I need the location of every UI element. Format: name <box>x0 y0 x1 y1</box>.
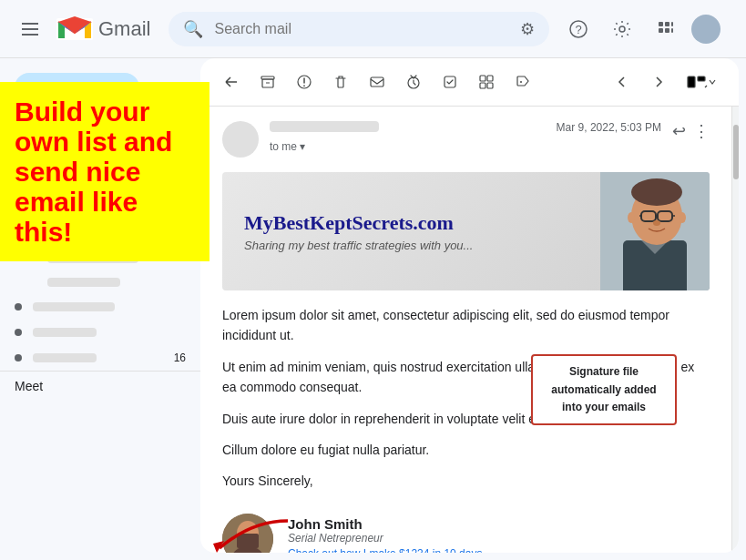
svg-marker-36 <box>272 532 273 541</box>
dot-icon-3 <box>15 354 22 361</box>
svg-point-31 <box>653 220 660 226</box>
to-dropdown-icon[interactable]: ▾ <box>300 140 305 153</box>
svg-rect-9 <box>671 28 673 33</box>
signature-info: John Smith Serial Netrepreneur Check out… <box>288 516 482 553</box>
search-filter-icon[interactable]: ⚙ <box>520 19 535 39</box>
prev-email-button[interactable] <box>606 66 639 98</box>
snooze-button[interactable] <box>397 66 430 98</box>
svg-text:?: ? <box>575 23 581 36</box>
back-button[interactable] <box>215 66 248 98</box>
email-para-4: Cillum dolore eu fugiat nulla pariatur. <box>222 440 710 460</box>
search-bar[interactable]: 🔍 ⚙ <box>169 12 549 46</box>
top-right-actions: ? <box>560 11 731 47</box>
help-button[interactable]: ? <box>560 11 597 47</box>
gmail-logo: Gmail <box>56 16 150 42</box>
svg-rect-8 <box>665 28 669 33</box>
overlay-text: Build your own list and send nice email … <box>15 97 172 247</box>
email-date: Mar 9, 2022, 5:03 PM <box>557 121 661 134</box>
email-to[interactable]: to me ▾ <box>270 140 305 153</box>
scrollbar[interactable] <box>731 107 739 553</box>
email-header: to me ▾ Mar 9, 2022, 5:03 PM ↩ ⋮ <box>200 107 731 165</box>
sidebar-dot-item-1[interactable] <box>0 294 200 320</box>
sender-name-placeholder <box>270 121 379 132</box>
svg-point-26 <box>631 178 682 206</box>
apps-button[interactable] <box>648 11 684 47</box>
svg-rect-7 <box>659 28 663 33</box>
svg-rect-16 <box>480 76 485 81</box>
email-closing: Yours Sincerely, <box>222 471 710 491</box>
scroll-thumb[interactable] <box>733 125 739 179</box>
report-button[interactable] <box>288 66 321 98</box>
svg-rect-19 <box>487 83 493 88</box>
email-body: Lorem ipsum dolor sit amet, consectetur … <box>200 298 731 506</box>
svg-point-3 <box>619 26 625 32</box>
sig-title: Serial Netrepreneur <box>288 532 482 545</box>
annotation-text: Signature file automatically added into … <box>551 365 656 412</box>
svg-rect-13 <box>371 77 383 87</box>
svg-rect-4 <box>659 22 663 26</box>
search-icon: 🔍 <box>183 19 203 39</box>
svg-rect-35 <box>237 534 259 548</box>
dot-icon-2 <box>15 329 22 336</box>
svg-rect-18 <box>480 83 485 88</box>
big-overlay: Build your own list and send nice email … <box>0 82 209 261</box>
svg-rect-5 <box>665 22 669 26</box>
sidebar-dot-item-3[interactable]: 16 <box>0 345 200 371</box>
more-options-icon[interactable]: ⋮ <box>693 121 710 141</box>
settings-button[interactable] <box>604 11 640 47</box>
banner-title: MyBestKeptSecrets.com <box>244 211 578 235</box>
svg-rect-6 <box>671 22 673 26</box>
label-button[interactable] <box>506 66 539 98</box>
svg-rect-17 <box>487 76 493 81</box>
email-from-block: to me ▾ <box>270 121 557 154</box>
svg-rect-21 <box>688 76 695 87</box>
dot-item-3-count: 16 <box>174 351 186 364</box>
top-bar: Gmail 🔍 ⚙ ? <box>0 0 746 58</box>
mail-button[interactable] <box>361 66 393 98</box>
email-toolbar <box>200 58 739 107</box>
signature-area: John Smith Serial Netrepreneur Check out… <box>200 506 731 553</box>
sender-avatar <box>222 121 259 158</box>
svg-point-30 <box>679 212 686 223</box>
sidebar-dot-item-2[interactable] <box>0 320 200 345</box>
next-email-button[interactable] <box>642 66 675 98</box>
reply-icon[interactable]: ↩ <box>672 121 686 141</box>
user-avatar[interactable] <box>691 15 720 44</box>
menu-button[interactable] <box>15 15 46 43</box>
search-input[interactable] <box>214 21 509 37</box>
svg-rect-22 <box>698 76 705 81</box>
svg-rect-15 <box>445 76 455 87</box>
annotation-box: Signature file automatically added into … <box>531 354 677 425</box>
meet-section: Meet <box>0 371 200 401</box>
view-options-button[interactable] <box>679 66 724 98</box>
sig-link[interactable]: Check out how I make $1234 in 10 days <box>288 547 482 553</box>
banner-subtitle: Sharing my best traffic strategies with … <box>244 239 578 252</box>
email-area: to me ▾ Mar 9, 2022, 5:03 PM ↩ ⋮ MyBestK… <box>200 58 739 553</box>
gmail-label: Gmail <box>98 17 150 41</box>
email-banner: MyBestKeptSecrets.com Sharing my best tr… <box>222 172 710 290</box>
archive-button[interactable] <box>251 66 284 98</box>
delete-button[interactable] <box>324 66 357 98</box>
meet-label: Meet <box>15 379 43 393</box>
svg-point-29 <box>628 212 635 223</box>
move-button[interactable] <box>470 66 503 98</box>
email-content: to me ▾ Mar 9, 2022, 5:03 PM ↩ ⋮ MyBestK… <box>200 107 731 553</box>
dot-icon-1 <box>15 303 22 311</box>
email-para-1: Lorem ipsum dolor sit amet, consectetur … <box>222 305 710 346</box>
banner-content: MyBestKeptSecrets.com Sharing my best tr… <box>222 193 600 270</box>
sig-name: John Smith <box>288 516 482 532</box>
email-nav <box>606 66 724 98</box>
task-button[interactable] <box>434 66 466 98</box>
signature-avatar <box>222 514 273 553</box>
banner-person-image <box>600 172 710 290</box>
svg-point-20 <box>520 81 522 83</box>
email-actions: ↩ ⋮ <box>672 121 710 141</box>
